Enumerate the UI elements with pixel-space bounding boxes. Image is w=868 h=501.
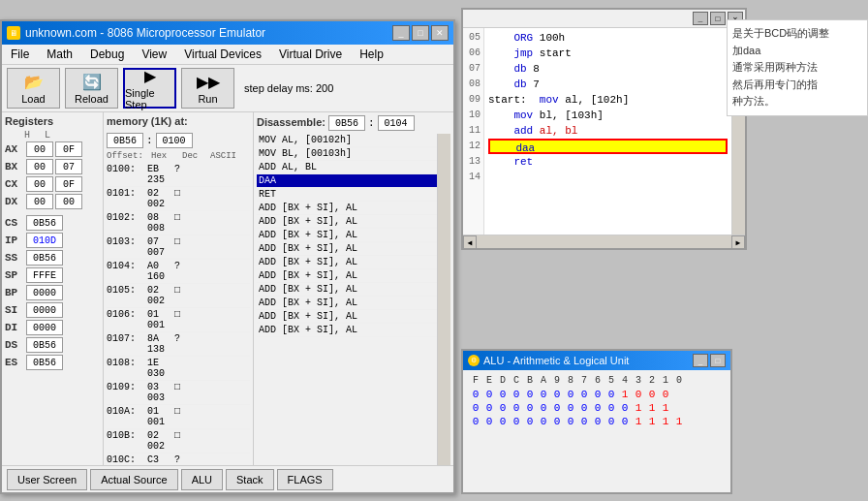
bit-label-B: B [525, 375, 535, 386]
mem-row-0109[interactable]: 0109:03 003□ [107, 381, 250, 405]
alu-maximize-button[interactable]: □ [710, 354, 726, 367]
maximize-button[interactable]: □ [412, 25, 429, 41]
tab-flags[interactable]: FLAGS [277, 469, 333, 490]
si-input[interactable] [26, 302, 63, 318]
cx-low-input[interactable] [55, 176, 82, 192]
ss-register-row: SS [5, 250, 100, 266]
scroll-right-arrow[interactable]: ▶ [731, 235, 745, 249]
memory-offset-input[interactable] [156, 133, 193, 148]
mem-row-0103[interactable]: 0103:07 007□ [107, 235, 250, 260]
alu-r3-b7: 0 [579, 416, 589, 427]
bx-high-input[interactable] [26, 159, 53, 174]
reload-button[interactable]: 🔄 Reload [65, 68, 118, 109]
di-input[interactable] [26, 320, 63, 335]
chinese-line-4: 然后再用专门的指 [732, 77, 862, 94]
menu-virtual-devices[interactable]: Virtual Devices [180, 47, 265, 62]
single-step-button[interactable]: ▶ Single Step [123, 68, 176, 109]
menu-math[interactable]: Math [43, 47, 77, 62]
sp-input[interactable] [26, 267, 63, 283]
ax-high-input[interactable] [26, 141, 53, 157]
disasm-row-7[interactable]: ADD [BX + SI], AL [257, 229, 437, 242]
disasm-row-13[interactable]: ADD [BX + SI], AL [257, 310, 437, 324]
mem-row-010b[interactable]: 010B:02 002□ [107, 429, 250, 454]
menu-view[interactable]: View [138, 47, 170, 62]
minimize-button[interactable]: _ [392, 25, 410, 41]
menu-help[interactable]: Help [356, 47, 388, 62]
menu-virtual-drive[interactable]: Virtual Drive [275, 47, 346, 62]
disasm-row-3[interactable]: DAA [257, 174, 437, 188]
code-minimize-button[interactable]: _ [693, 12, 708, 25]
mem-row-010a[interactable]: 010A:01 001□ [107, 405, 250, 429]
bp-input[interactable] [26, 285, 63, 300]
disasm-row-8[interactable]: ADD [BX + SI], AL [257, 242, 437, 256]
mem-row-0108[interactable]: 0108:1E 030 [107, 357, 250, 381]
ss-input[interactable] [26, 250, 63, 266]
es-label: ES [5, 357, 24, 368]
dx-label: DX [5, 196, 24, 207]
mem-row-0100[interactable]: 0100:EB 235? [107, 163, 250, 187]
mem-row-0104[interactable]: 0104:A0 160? [107, 260, 250, 284]
line-num-14: 14 [463, 170, 480, 185]
tab-actual-source[interactable]: Actual Source [90, 469, 177, 490]
tab-alu[interactable]: ALU [181, 469, 223, 490]
disasm-row-2[interactable]: ADD AL, BL [257, 161, 437, 174]
memory-colon: : [146, 135, 153, 146]
run-button[interactable]: ▶▶ Run [181, 68, 234, 109]
bit-label-3: 3 [634, 375, 643, 386]
disasm-row-9[interactable]: ADD [BX + SI], AL [257, 256, 437, 269]
mem-row-0105[interactable]: 0105:02 002□ [107, 284, 250, 308]
scroll-left-arrow[interactable]: ◀ [463, 235, 477, 249]
alu-r2-b6: 0 [593, 402, 603, 414]
disasm-row-1[interactable]: MOV BL, [00103h] [257, 147, 437, 161]
ip-label: IP [5, 235, 24, 246]
alu-r2-b13: 0 [498, 402, 508, 414]
close-button[interactable]: ✕ [431, 25, 449, 41]
disasm-row-11[interactable]: ADD [BX + SI], AL [257, 283, 437, 297]
line-num-09: 09 [463, 92, 480, 108]
mem-row-0101[interactable]: 0101:02 002□ [107, 187, 250, 211]
alu-r2-b1: 1 [661, 402, 670, 414]
code-maximize-button[interactable]: □ [710, 12, 726, 25]
disasm-row-14[interactable]: ADD [BX + SI], AL [257, 324, 437, 337]
alu-minimize-button[interactable]: _ [693, 354, 708, 367]
cx-high-input[interactable] [26, 176, 53, 192]
disasm-row-4[interactable]: RET [257, 188, 437, 202]
disasm-row-6[interactable]: ADD [BX + SI], AL [257, 215, 437, 229]
disasm-row-10[interactable]: ADD [BX + SI], AL [257, 269, 437, 283]
scroll-track[interactable] [477, 235, 731, 248]
disasm-row-5[interactable]: ADD [BX + SI], AL [257, 202, 437, 215]
menu-file[interactable]: File [7, 47, 33, 62]
disassemble-scrollbar[interactable] [437, 134, 450, 488]
load-button[interactable]: 📂 Load [7, 68, 60, 109]
code-horizontal-scrollbar[interactable]: ◀ ▶ [463, 235, 745, 248]
mem-row-0106[interactable]: 0106:01 001□ [107, 308, 250, 332]
tab-user-screen[interactable]: User Screen [7, 469, 87, 490]
menu-debug[interactable]: Debug [86, 47, 128, 62]
alu-r1-b11: 0 [525, 389, 535, 400]
memory-seg-input[interactable] [107, 133, 143, 148]
alu-r3-b9: 0 [552, 416, 562, 427]
ds-input[interactable] [26, 337, 63, 353]
ss-label: SS [5, 252, 24, 264]
es-input[interactable] [26, 355, 63, 370]
bx-low-input[interactable] [55, 159, 82, 174]
cs-input[interactable] [26, 215, 63, 231]
disasm-row-12[interactable]: ADD [BX + SI], AL [257, 297, 437, 310]
dx-high-input[interactable] [26, 194, 53, 209]
alu-r3-b6: 0 [593, 416, 603, 427]
ax-low-input[interactable] [55, 141, 82, 157]
tab-stack[interactable]: Stack [226, 469, 274, 490]
disasm-offset-input[interactable] [378, 115, 415, 131]
alu-r2-b9: 0 [552, 402, 562, 414]
mem-row-0107[interactable]: 0107:8A 138? [107, 332, 250, 357]
es-register-row: ES [5, 355, 100, 370]
load-icon: 📂 [24, 73, 44, 91]
bit-label-6: 6 [593, 375, 603, 386]
dx-low-input[interactable] [55, 194, 82, 209]
sp-label: SP [5, 269, 24, 281]
mem-row-0102[interactable]: 0102:08 008□ [107, 211, 250, 235]
alu-r3-b2: 1 [647, 416, 657, 427]
disasm-row-0[interactable]: MOV AL, [00102h] [257, 134, 437, 147]
ip-input[interactable] [26, 233, 63, 248]
disasm-seg-input[interactable] [328, 115, 365, 131]
